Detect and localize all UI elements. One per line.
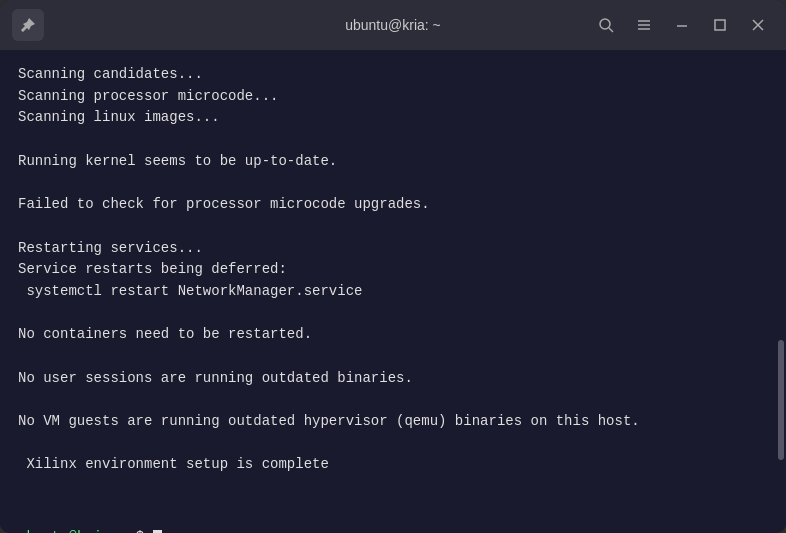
svg-line-2 [609, 28, 613, 32]
maximize-button[interactable] [704, 9, 736, 41]
prompt-dollar: $ [136, 527, 144, 533]
prompt-separator: : ~ [110, 527, 135, 533]
prompt-user: ubuntu@kria [18, 527, 110, 533]
maximize-icon [712, 17, 728, 33]
svg-rect-7 [715, 20, 725, 30]
title-bar: ubuntu@kria: ~ [0, 0, 786, 50]
search-icon [598, 17, 614, 33]
scrollbar-thumb[interactable] [778, 340, 784, 460]
minimize-icon [674, 17, 690, 33]
title-bar-right [590, 9, 774, 41]
menu-button[interactable] [628, 9, 660, 41]
window-title: ubuntu@kria: ~ [345, 17, 441, 33]
minimize-button[interactable] [666, 9, 698, 41]
close-button[interactable] [742, 9, 774, 41]
search-button[interactable] [590, 9, 622, 41]
menu-icon [636, 17, 652, 33]
prompt-line: ubuntu@kria: ~ $ [18, 527, 768, 533]
terminal-window: ubuntu@kria: ~ [0, 0, 786, 533]
close-icon [750, 17, 766, 33]
pin-icon [20, 17, 36, 33]
svg-point-1 [600, 19, 610, 29]
pin-button[interactable] [12, 9, 44, 41]
terminal-output: Scanning candidates... Scanning processo… [18, 64, 768, 533]
terminal-body[interactable]: Scanning candidates... Scanning processo… [0, 50, 786, 533]
title-bar-left [12, 9, 44, 41]
